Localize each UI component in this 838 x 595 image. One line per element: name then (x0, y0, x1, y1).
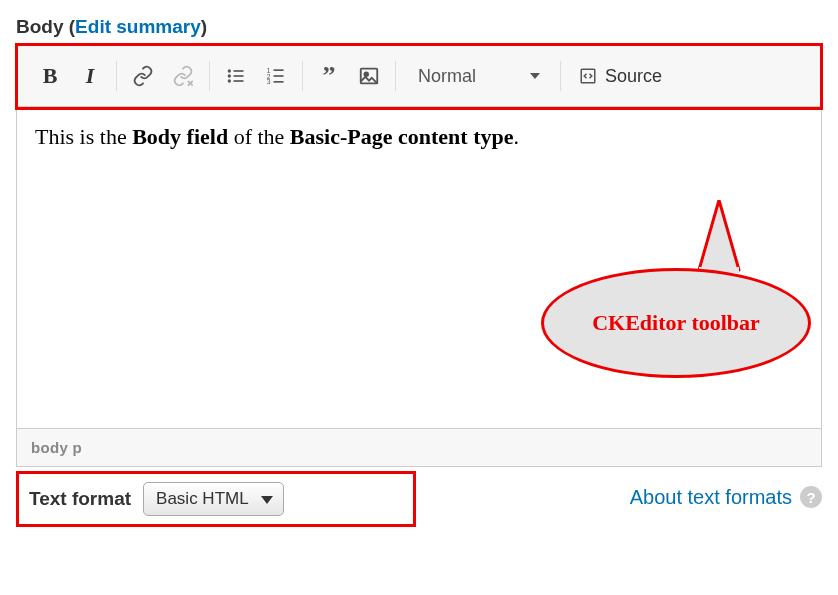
source-icon (579, 67, 597, 85)
content-text: This is the (35, 124, 132, 149)
paragraph-format-label: Normal (418, 66, 476, 87)
italic-button[interactable]: I (70, 56, 110, 96)
numbered-list-button[interactable]: 123 (256, 56, 296, 96)
svg-point-15 (364, 72, 368, 76)
link-button[interactable] (123, 56, 163, 96)
toolbar-separator (302, 61, 303, 91)
edit-summary-link[interactable]: Edit summary (75, 16, 201, 37)
callout-bubble: CKEditor toolbar (541, 268, 811, 378)
text-format-label: Text format (29, 488, 131, 510)
svg-rect-9 (274, 69, 284, 71)
chevron-down-icon (530, 73, 540, 79)
help-icon: ? (800, 486, 822, 508)
toolbar-annotation-box: B I 123 ” (15, 43, 823, 110)
about-text-formats-label: About text formats (630, 486, 792, 509)
content-bold: Body field (132, 124, 228, 149)
bullet-list-button[interactable] (216, 56, 256, 96)
svg-point-2 (228, 69, 231, 72)
text-format-row: Text format Basic HTML (19, 474, 413, 524)
bullet-list-icon (226, 66, 246, 86)
about-text-formats-link[interactable]: About text formats ? (630, 486, 822, 509)
svg-rect-13 (274, 81, 284, 83)
content-text: . (513, 124, 519, 149)
svg-rect-5 (234, 75, 244, 77)
text-format-annotation-box: Text format Basic HTML (16, 471, 416, 527)
source-button-label: Source (605, 66, 662, 87)
callout-text: CKEditor toolbar (592, 310, 760, 336)
elements-path-text: body p (31, 439, 82, 456)
paragraph-format-dropdown[interactable]: Normal (402, 56, 554, 96)
text-format-selected: Basic HTML (156, 489, 249, 509)
unlink-button[interactable] (163, 56, 203, 96)
svg-text:3: 3 (267, 78, 271, 85)
ckeditor-toolbar: B I 123 ” (18, 46, 820, 107)
toolbar-separator (116, 61, 117, 91)
field-label-text: Body (16, 16, 64, 37)
content-text: of the (228, 124, 290, 149)
text-format-select[interactable]: Basic HTML (143, 482, 284, 516)
content-bold: Basic-Page content type (290, 124, 514, 149)
numbered-list-icon: 123 (266, 66, 286, 86)
source-button[interactable]: Source (567, 56, 674, 96)
bold-button[interactable]: B (30, 56, 70, 96)
toolbar-separator (209, 61, 210, 91)
svg-rect-7 (234, 80, 244, 82)
toolbar-separator (560, 61, 561, 91)
elements-path-bar[interactable]: body p (17, 428, 821, 466)
svg-rect-11 (274, 75, 284, 77)
svg-rect-3 (234, 70, 244, 72)
image-icon (358, 65, 380, 87)
unlink-icon (172, 65, 194, 87)
svg-point-4 (228, 74, 231, 77)
image-button[interactable] (349, 56, 389, 96)
link-icon (132, 65, 154, 87)
blockquote-button[interactable]: ” (309, 56, 349, 96)
svg-point-6 (228, 79, 231, 82)
callout-pointer-icon (689, 200, 749, 280)
field-label: Body (Edit summary) (16, 16, 822, 38)
toolbar-separator (395, 61, 396, 91)
italic-icon: I (86, 63, 95, 89)
bold-icon: B (43, 63, 58, 89)
annotation-callout: CKEditor toolbar (521, 228, 821, 378)
editor-content-area[interactable]: This is the Body field of the Basic-Page… (17, 108, 821, 428)
blockquote-icon: ” (323, 71, 336, 81)
editor-container: B I 123 ” (16, 44, 822, 467)
